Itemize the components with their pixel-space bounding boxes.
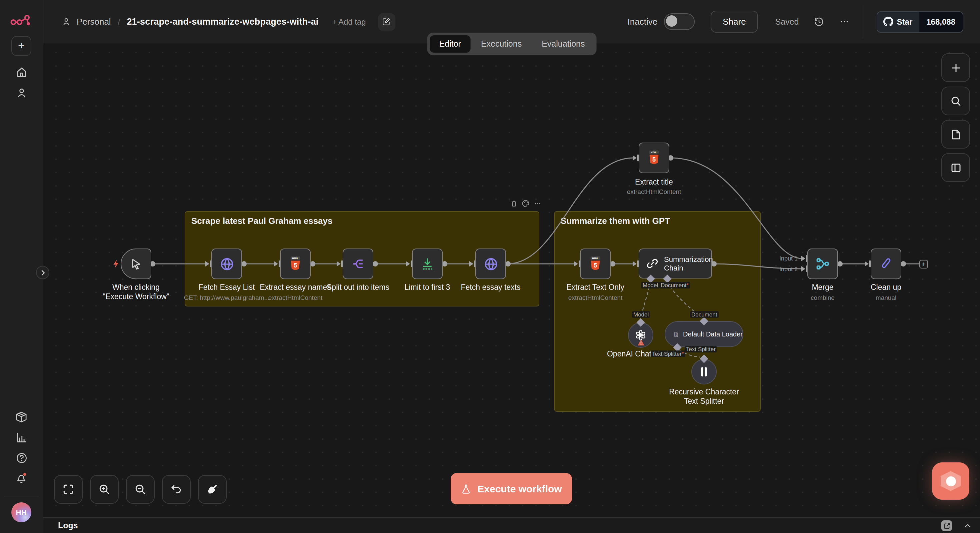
- workflow-title[interactable]: 21-scrape-and-summarize-webpages-with-ai: [127, 17, 318, 27]
- assistant-button[interactable]: [932, 462, 969, 500]
- share-button[interactable]: Share: [711, 11, 758, 33]
- history-button[interactable]: [814, 16, 825, 27]
- header-actions: Inactive Share Saved Star 168,088: [628, 0, 980, 43]
- sidebar-home[interactable]: [0, 66, 43, 79]
- popout-icon: [943, 522, 950, 529]
- breadcrumb-project[interactable]: Personal: [77, 17, 111, 27]
- panel-icon: [950, 162, 962, 174]
- breadcrumb-separator: /: [118, 16, 120, 27]
- n8n-app: Scrape latest Paul Graham essays Summari…: [0, 0, 980, 533]
- sidebar-notifications[interactable]: [0, 471, 43, 484]
- logs-actions: [941, 520, 972, 531]
- assistant-icon: [941, 471, 961, 491]
- port-label-document-required: Document*: [659, 282, 690, 289]
- zoom-in-icon: [98, 483, 111, 496]
- n8n-logo[interactable]: [10, 13, 33, 28]
- search-icon: [950, 95, 962, 107]
- toggle-panel-button[interactable]: [941, 153, 970, 182]
- sidebar-personal[interactable]: [0, 87, 43, 99]
- package-icon: [15, 411, 28, 424]
- person-icon: [61, 17, 72, 27]
- view-tabs: Editor Executions Evaluations: [427, 33, 597, 55]
- plus-icon: [950, 62, 962, 74]
- add-tag-button[interactable]: + Add tag: [332, 17, 366, 26]
- avatar[interactable]: HH: [11, 502, 31, 522]
- execute-workflow-label: Execute workflow: [477, 483, 562, 494]
- header-divider: [863, 5, 864, 38]
- fit-view-icon: [62, 483, 75, 496]
- more-actions-button[interactable]: [840, 17, 850, 27]
- port-label-model-sub: Model: [632, 311, 650, 318]
- zoom-in-button[interactable]: [90, 475, 119, 504]
- github-star-button[interactable]: Star: [878, 12, 919, 32]
- zoom-out-icon: [134, 483, 147, 496]
- logs-title: Logs: [58, 521, 78, 530]
- chevron-right-icon: [40, 270, 46, 276]
- bell-icon: [15, 471, 28, 484]
- tab-executions[interactable]: Executions: [472, 35, 531, 52]
- tab-evaluations[interactable]: Evaluations: [532, 35, 594, 52]
- zoom-out-button[interactable]: [126, 475, 155, 504]
- person-icon: [15, 87, 28, 99]
- workflow-canvas[interactable]: Scrape latest Paul Graham essays Summari…: [43, 43, 980, 517]
- sidebar-templates[interactable]: [0, 411, 43, 424]
- home-icon: [15, 66, 28, 79]
- port-label-model: Model: [641, 282, 659, 289]
- port-label-document-sub: Document: [690, 311, 719, 318]
- save-status: Saved: [775, 17, 799, 26]
- tab-editor[interactable]: Editor: [430, 35, 470, 52]
- sidebar-divider: [4, 496, 39, 497]
- port-label-text-splitter-required: Text Splitter*: [651, 351, 685, 357]
- search-button[interactable]: [941, 87, 970, 115]
- chevron-up-icon[interactable]: [963, 521, 972, 530]
- ai-ports-layer: [43, 43, 980, 517]
- merge-input2-label: Input 2: [778, 265, 799, 272]
- bar-chart-icon: [15, 431, 28, 444]
- active-toggle-label: Inactive: [628, 17, 658, 27]
- sidebar: + HH: [0, 0, 43, 533]
- sidebar-create-button[interactable]: +: [11, 36, 31, 56]
- help-icon: [15, 452, 28, 464]
- undo-icon: [170, 483, 183, 496]
- add-node-button[interactable]: [941, 53, 970, 82]
- active-toggle[interactable]: [664, 13, 695, 30]
- github-icon: [884, 17, 894, 27]
- undo-button[interactable]: [162, 475, 191, 504]
- fit-view-button[interactable]: [54, 475, 83, 504]
- logs-panel[interactable]: Logs: [43, 517, 980, 533]
- flask-icon: [461, 483, 471, 494]
- file-icon: [950, 128, 962, 140]
- sticky-note-button[interactable]: [941, 120, 970, 149]
- edit-icon: [382, 17, 391, 26]
- port-label-text-splitter: Text Splitter: [685, 346, 717, 352]
- edit-title-button[interactable]: [378, 13, 395, 30]
- sidebar-help[interactable]: [0, 452, 43, 464]
- expand-sidebar-button[interactable]: [36, 266, 49, 279]
- ellipsis-icon: [840, 17, 850, 27]
- github-star-widget[interactable]: Star 168,088: [877, 11, 963, 32]
- tidy-up-button[interactable]: [198, 475, 227, 504]
- merge-input1-label: Input 1: [778, 255, 799, 262]
- popout-button[interactable]: [941, 520, 952, 531]
- history-icon: [814, 16, 825, 27]
- warning-icon: [637, 339, 645, 346]
- github-star-count[interactable]: 168,088: [918, 12, 963, 32]
- broom-icon: [206, 483, 219, 496]
- execute-workflow-button[interactable]: Execute workflow: [451, 473, 572, 504]
- sidebar-insights[interactable]: [0, 431, 43, 444]
